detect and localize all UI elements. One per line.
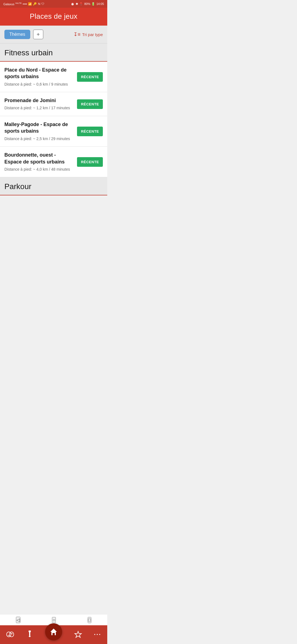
key-icon: 🔑 [33, 2, 37, 6]
battery-text: 80% [84, 2, 90, 6]
status-right: ⏰ ✱ 📍 80% 🔋 14:05 [71, 2, 104, 6]
list-item[interactable]: Malley-Pagode - Espace de sports urbains… [0, 116, 107, 147]
badge-recente: RÉCENTE [77, 127, 103, 136]
nfc-icon: N [38, 2, 40, 6]
filter-bar: Thèmes + ↧≡ Tri par type [0, 26, 107, 43]
bluetooth-icon: ✱ [76, 2, 78, 6]
time-text: 14:05 [96, 2, 104, 6]
sort-icon: ↧≡ [73, 31, 81, 37]
item-name: Malley-Pagode - Espace de sports urbains [4, 121, 74, 135]
alarm-icon: ⏰ [71, 2, 75, 6]
item-info: Bourdonnette, ouest - Espace de sports u… [4, 152, 77, 172]
item-info: Place du Nord - Espace de sports urbains… [4, 67, 77, 87]
battery-icon: 🔋 [91, 2, 95, 6]
section-header-parkour: Parkour [0, 177, 107, 195]
badge-recente: RÉCENTE [77, 99, 103, 109]
badge-recente: RÉCENTE [77, 72, 103, 82]
page-title: Places de jeux [3, 12, 104, 21]
item-name: Promenade de Jomini [4, 97, 74, 104]
item-distance: Distance à pied: ~ 4,0 km / 48 minutes [4, 167, 74, 172]
signal-icon: ▪▪▪▪ [23, 2, 27, 6]
content-area: Fitness urbain Place du Nord - Espace de… [0, 43, 107, 228]
list-item[interactable]: Bourdonnette, ouest - Espace de sports u… [0, 147, 107, 177]
filter-left: Thèmes + [4, 29, 43, 39]
section-title-parkour: Parkour [4, 182, 103, 191]
sort-button[interactable]: ↧≡ Tri par type [73, 31, 103, 37]
item-name: Bourdonnette, ouest - Espace de sports u… [4, 152, 74, 165]
item-distance: Distance à pied: ~ 2,5 km / 29 minutes [4, 136, 74, 142]
add-filter-button[interactable]: + [33, 29, 43, 39]
themes-button[interactable]: Thèmes [4, 30, 30, 39]
item-name: Place du Nord - Espace de sports urbains [4, 67, 74, 80]
section-title-fitness: Fitness urbain [4, 48, 103, 57]
status-bar: Galaxus VoLTE ▪▪▪▪ 📶 🔑 N 🛡 ⏰ ✱ 📍 80% 🔋 1… [0, 0, 107, 8]
item-info: Malley-Pagode - Espace de sports urbains… [4, 121, 77, 141]
wifi-icon: 📶 [28, 2, 32, 6]
badge-recente: RÉCENTE [77, 157, 103, 167]
carrier-text: Galaxus VoLTE [3, 2, 22, 6]
location-icon: 📍 [79, 2, 83, 6]
sort-label: Tri par type [82, 32, 103, 37]
status-left: Galaxus VoLTE ▪▪▪▪ 📶 🔑 N 🛡 [3, 2, 44, 6]
item-distance: Distance à pied: ~ 1,2 km / 17 minutes [4, 105, 74, 111]
app-header: Places de jeux [0, 8, 107, 26]
shield-icon: 🛡 [41, 2, 44, 6]
list-item[interactable]: Place du Nord - Espace de sports urbains… [0, 62, 107, 92]
item-info: Promenade de Jomini Distance à pied: ~ 1… [4, 97, 77, 111]
section-header-fitness: Fitness urbain [0, 43, 107, 62]
item-distance: Distance à pied: ~ 0,6 km / 9 minutes [4, 82, 74, 87]
list-item[interactable]: Promenade de Jomini Distance à pied: ~ 1… [0, 92, 107, 116]
